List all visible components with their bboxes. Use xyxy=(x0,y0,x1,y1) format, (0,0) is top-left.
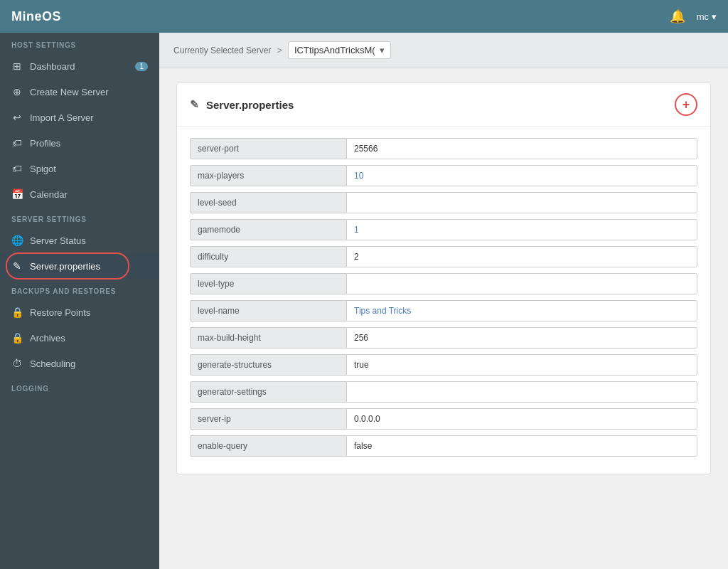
property-value-input[interactable] xyxy=(346,192,697,213)
sidebar-item-server-properties[interactable]: ✎ Server.properties xyxy=(0,253,159,279)
server-properties-panel: ✎ Server.properties + server-portmax-pla… xyxy=(176,83,711,474)
property-value-input[interactable] xyxy=(346,435,697,457)
sidebar-calendar-label: Calendar xyxy=(30,189,68,200)
server-name-label: ICTtipsAndTricksM( xyxy=(294,45,375,55)
sidebar-restore-points-label: Restore Points xyxy=(30,307,90,318)
property-row: level-seed xyxy=(190,192,697,213)
panel-title: ✎ Server.properties xyxy=(190,98,294,111)
content-body: ✎ Server.properties + server-portmax-pla… xyxy=(159,68,728,569)
dashboard-badge: 1 xyxy=(135,62,148,71)
sidebar-scheduling-label: Scheduling xyxy=(30,358,75,369)
property-row: max-players xyxy=(190,165,697,186)
panel-header: ✎ Server.properties + xyxy=(177,83,710,127)
property-key: gamemode xyxy=(190,219,346,240)
sidebar-item-server-status[interactable]: 🌐 Server Status xyxy=(0,228,159,253)
user-caret-icon: ▾ xyxy=(712,11,717,22)
spigot-icon: 🏷 xyxy=(11,163,23,174)
property-row: level-type xyxy=(190,273,697,294)
property-value-input[interactable] xyxy=(346,327,697,349)
backups-section-label: BACKUPS AND RESTORES xyxy=(0,279,159,299)
property-value-input[interactable] xyxy=(346,165,697,186)
sidebar: HOST SETTINGS ⊞ Dashboard 1 ⊕ Create New… xyxy=(0,33,159,569)
property-key: server-ip xyxy=(190,408,346,430)
content-topbar: Currently Selected Server > ICTtipsAndTr… xyxy=(159,33,728,68)
username-label: mc xyxy=(697,11,709,22)
sidebar-item-dashboard[interactable]: ⊞ Dashboard 1 xyxy=(0,53,159,79)
add-property-button[interactable]: + xyxy=(675,93,697,116)
property-value-input[interactable] xyxy=(346,273,697,294)
create-server-icon: ⊕ xyxy=(11,86,23,97)
profiles-icon: 🏷 xyxy=(11,137,23,149)
property-value-input[interactable] xyxy=(346,408,697,430)
server-dropdown-icon[interactable]: ▾ xyxy=(380,45,385,55)
currently-selected-label: Currently Selected Server xyxy=(173,46,271,55)
server-settings-section-label: SERVER SETTINGS xyxy=(0,207,159,228)
sidebar-item-scheduling[interactable]: ⏱ Scheduling xyxy=(0,351,159,376)
top-navigation: MineOS 🔔 mc ▾ xyxy=(0,0,728,33)
property-value-input[interactable] xyxy=(346,300,697,321)
property-key: generator-settings xyxy=(190,381,346,403)
breadcrumb-arrow: > xyxy=(277,45,282,55)
sidebar-item-restore-points[interactable]: 🔒 Restore Points xyxy=(0,299,159,325)
archives-icon: 🔒 xyxy=(11,332,23,344)
sidebar-item-archives[interactable]: 🔒 Archives xyxy=(0,325,159,351)
property-key: level-seed xyxy=(190,192,346,213)
server-properties-icon: ✎ xyxy=(11,260,23,272)
sidebar-server-status-label: Server Status xyxy=(30,235,86,246)
sidebar-dashboard-label: Dashboard xyxy=(30,61,75,72)
sidebar-import-server-label: Import A Server xyxy=(30,112,94,123)
restore-points-icon: 🔒 xyxy=(11,307,23,318)
sidebar-spigot-label: Spigot xyxy=(30,164,56,174)
scheduling-icon: ⏱ xyxy=(11,358,23,369)
app-logo: MineOS xyxy=(11,9,61,24)
sidebar-server-properties-label: Server.properties xyxy=(30,261,100,272)
sidebar-item-create-server[interactable]: ⊕ Create New Server xyxy=(0,79,159,105)
property-row: server-ip xyxy=(190,408,697,430)
property-value-input[interactable] xyxy=(346,138,697,159)
host-settings-section-label: HOST SETTINGS xyxy=(0,33,159,53)
logging-section-label: LOGGING xyxy=(0,376,159,397)
user-menu[interactable]: mc ▾ xyxy=(697,11,717,22)
calendar-icon: 📅 xyxy=(11,188,23,200)
property-value-input[interactable] xyxy=(346,381,697,403)
import-server-icon: ↩ xyxy=(11,112,23,123)
property-key: max-build-height xyxy=(190,327,346,349)
sidebar-item-calendar[interactable]: 📅 Calendar xyxy=(0,181,159,207)
sidebar-item-import-server[interactable]: ↩ Import A Server xyxy=(0,105,159,130)
property-key: enable-query xyxy=(190,435,346,457)
server-status-icon: 🌐 xyxy=(11,235,23,246)
property-row: generate-structures xyxy=(190,354,697,376)
property-value-input[interactable] xyxy=(346,219,697,240)
property-row: server-port xyxy=(190,138,697,159)
property-row: enable-query xyxy=(190,435,697,457)
property-row: level-name xyxy=(190,300,697,321)
property-row: difficulty xyxy=(190,246,697,267)
property-key: level-name xyxy=(190,300,346,321)
server-selector[interactable]: ICTtipsAndTricksM( ▾ xyxy=(288,41,391,59)
topnav-right: 🔔 mc ▾ xyxy=(670,9,717,24)
property-key: generate-structures xyxy=(190,354,346,376)
main-layout: HOST SETTINGS ⊞ Dashboard 1 ⊕ Create New… xyxy=(0,33,728,569)
dashboard-icon: ⊞ xyxy=(11,60,23,72)
sidebar-item-profiles[interactable]: 🏷 Profiles xyxy=(0,130,159,156)
property-row: generator-settings xyxy=(190,381,697,403)
property-key: difficulty xyxy=(190,246,346,267)
edit-icon: ✎ xyxy=(190,98,199,111)
property-row: max-build-height xyxy=(190,327,697,349)
property-value-input[interactable] xyxy=(346,354,697,376)
panel-title-label: Server.properties xyxy=(206,99,294,111)
sidebar-profiles-label: Profiles xyxy=(30,138,60,149)
property-value-input[interactable] xyxy=(346,246,697,267)
sidebar-archives-label: Archives xyxy=(30,333,65,344)
property-row: gamemode xyxy=(190,219,697,240)
panel-content: server-portmax-playerslevel-seedgamemode… xyxy=(177,127,710,474)
notification-bell-icon[interactable]: 🔔 xyxy=(670,9,685,24)
property-key: server-port xyxy=(190,138,346,159)
property-key: max-players xyxy=(190,165,346,186)
sidebar-item-spigot[interactable]: 🏷 Spigot xyxy=(0,156,159,181)
property-key: level-type xyxy=(190,273,346,294)
sidebar-create-server-label: Create New Server xyxy=(30,87,109,97)
content-area: Currently Selected Server > ICTtipsAndTr… xyxy=(159,33,728,569)
